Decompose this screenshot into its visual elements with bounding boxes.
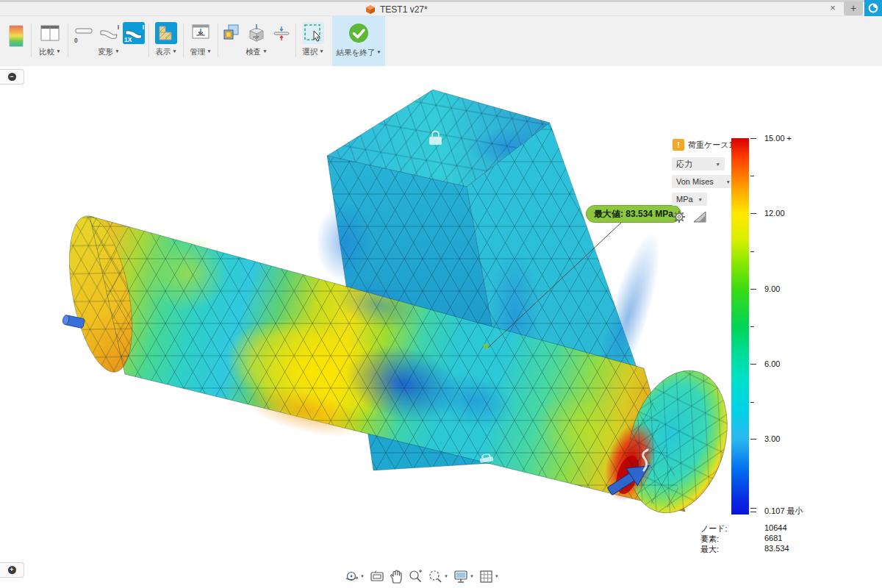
unit-dropdown[interactable]: MPa▼ [672, 193, 707, 206]
colorbar-tick-label: 12.00 [764, 209, 785, 218]
colorbar-min-label: 0.107 最小 [764, 506, 803, 517]
stat-max-label: 最大: [700, 544, 719, 555]
max-value-callout[interactable]: 最大値: 83.534 MPa [586, 205, 681, 223]
fusion-simulation-window: TEST1 v27* × + 比較▼ [0, 0, 882, 588]
orbit-button[interactable]: ▼ [344, 569, 365, 584]
chevron-down-icon: ▼ [698, 197, 703, 202]
zoom-icon [408, 569, 423, 584]
stat-elements-value: 6681 [764, 534, 782, 542]
expand-panel-button[interactable]: + [0, 562, 24, 578]
pan-button[interactable] [390, 570, 403, 584]
zoom-window-icon [428, 569, 442, 584]
max-point-marker [484, 344, 489, 349]
warning-icon: ! [673, 139, 684, 151]
view-navigation-bar: ▼ [344, 569, 499, 584]
stat-max-value: 83.534 [764, 544, 789, 553]
chevron-down-icon: ▼ [726, 179, 731, 184]
zoom-window-button[interactable]: ▼ [428, 569, 448, 584]
colorbar-tick-label: 9.00 [764, 284, 780, 293]
look-at-icon [370, 570, 384, 583]
stat-nodes-label: ノード: [700, 523, 728, 534]
display-settings-button[interactable]: ▼ [453, 570, 474, 584]
collapse-icon: − [8, 73, 16, 81]
chevron-down-icon: ▼ [716, 162, 720, 167]
colorbar-tick-label: 3.00 [764, 434, 780, 443]
colorbar-max-label: 15.00 + [764, 134, 792, 143]
result-type-dropdown[interactable]: 応力▼ [672, 157, 725, 171]
stat-nodes-value: 10644 [764, 523, 787, 532]
grid-icon [479, 570, 493, 584]
load-case-label: 荷重ケース1 [688, 140, 734, 151]
legend-scale-triangle-icon[interactable] [693, 211, 706, 223]
colorbar-tick-label: 6.00 [764, 359, 780, 368]
collapse-browser-button[interactable]: − [0, 69, 24, 85]
legend-settings-gear-icon[interactable] [673, 210, 686, 223]
viewport-3d[interactable]: − + 最大値: 83.534 MPa ! 荷重ケース1 ▼ 応力▼ Von M… [0, 66, 882, 588]
look-at-button[interactable] [370, 570, 384, 583]
orbit-icon [344, 569, 359, 584]
component-dropdown[interactable]: Von Mises▼ [672, 175, 735, 188]
max-value-text: 最大値: 83.534 MPa [594, 208, 673, 220]
display-settings-icon [453, 570, 468, 584]
grid-settings-button[interactable]: ▼ [479, 570, 499, 584]
expand-icon: + [8, 566, 16, 574]
pan-hand-icon [390, 570, 403, 584]
zoom-button[interactable] [408, 569, 423, 584]
stat-elements-label: 要素: [700, 534, 719, 545]
fea-model-scene [0, 0, 882, 588]
stress-colorbar [731, 138, 749, 514]
